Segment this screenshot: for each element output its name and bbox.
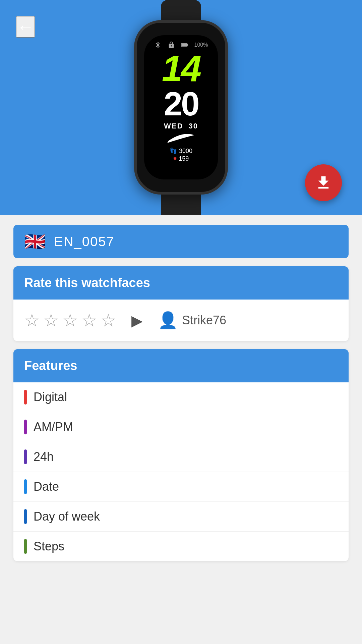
star-rating[interactable]: ☆ ☆ ☆ ☆ ☆ [24, 310, 116, 330]
language-badge[interactable]: 🇬🇧 EN_0057 [13, 225, 349, 258]
content-area: 🇬🇧 EN_0057 Rate this watchfaces ☆ ☆ ☆ ☆ … [0, 215, 362, 571]
star-2[interactable]: ☆ [43, 310, 59, 330]
send-button[interactable]: ▶ [127, 310, 147, 330]
feature-color-bar [24, 449, 27, 464]
feature-color-bar [24, 390, 27, 405]
feature-label: Steps [34, 539, 64, 553]
feature-item: Date [13, 472, 349, 502]
avatar-icon: 👤 [158, 311, 178, 330]
feature-item: AM/PM [13, 412, 349, 442]
feature-item: Day of week [13, 502, 349, 532]
username-label: Strike76 [182, 313, 226, 327]
heart-icon: ♥ [173, 155, 177, 162]
back-button[interactable]: ← [16, 16, 35, 38]
watch-preview: 100% 14 20 WED 30 👣 3000 ♥ [131, 0, 231, 215]
language-code: EN_0057 [54, 234, 115, 249]
battery-label: 100% [194, 42, 208, 48]
band-top [161, 0, 201, 20]
heart-value: 159 [179, 155, 189, 162]
download-icon [315, 174, 332, 192]
features-card: Features DigitalAM/PM24hDateDay of weekS… [13, 349, 349, 561]
download-fab[interactable] [305, 164, 342, 201]
watch-body: 100% 14 20 WED 30 👣 3000 ♥ [134, 20, 228, 195]
steps-value: 3000 [179, 148, 192, 155]
rating-card-body: ☆ ☆ ☆ ☆ ☆ ▶ 👤 Strike76 [13, 300, 349, 341]
features-card-header: Features [13, 349, 349, 382]
feature-label: AM/PM [34, 420, 73, 434]
steps-icon: 👣 [170, 147, 177, 155]
band-bottom [161, 195, 201, 215]
rating-title: Rate this watchfaces [24, 276, 150, 290]
feature-item: Digital [13, 382, 349, 412]
star-3[interactable]: ☆ [62, 310, 78, 330]
watch-hour: 14 [162, 50, 200, 87]
flag-icon: 🇬🇧 [24, 233, 46, 250]
bluetooth-icon [154, 41, 162, 49]
feature-label: Date [34, 480, 59, 494]
star-4[interactable]: ☆ [81, 310, 97, 330]
feature-label: Digital [34, 390, 67, 404]
svg-rect-1 [187, 44, 188, 46]
rating-row: ☆ ☆ ☆ ☆ ☆ ▶ 👤 Strike76 [24, 310, 338, 330]
battery-icon [181, 43, 188, 47]
nike-swoosh-icon [166, 133, 196, 144]
rating-card-header: Rate this watchfaces [13, 266, 349, 300]
heart-stat: ♥ 159 [173, 155, 189, 162]
feature-color-bar [24, 420, 27, 434]
hero-section: ← [0, 0, 362, 215]
feature-color-bar [24, 479, 27, 494]
feature-label: Day of week [34, 509, 100, 524]
svg-rect-2 [181, 44, 187, 46]
rating-card: Rate this watchfaces ☆ ☆ ☆ ☆ ☆ ▶ 👤 Strik… [13, 266, 349, 341]
feature-item: Steps [13, 532, 349, 561]
feature-color-bar [24, 539, 27, 554]
star-5[interactable]: ☆ [101, 310, 116, 330]
feature-item: 24h [13, 442, 349, 472]
watch-minute: 20 [164, 87, 198, 120]
user-info: 👤 Strike76 [158, 311, 226, 330]
feature-color-bar [24, 509, 27, 524]
feature-list: DigitalAM/PM24hDateDay of weekSteps [13, 382, 349, 561]
watch-date: WED 30 [164, 122, 198, 130]
feature-label: 24h [34, 450, 54, 464]
steps-stat: 👣 3000 [170, 147, 192, 155]
watch-stats: 👣 3000 ♥ 159 [170, 147, 192, 162]
features-title: Features [24, 359, 77, 373]
star-1[interactable]: ☆ [24, 310, 40, 330]
send-icon: ▶ [131, 312, 143, 329]
watch-screen: 100% 14 20 WED 30 👣 3000 ♥ [144, 35, 218, 179]
